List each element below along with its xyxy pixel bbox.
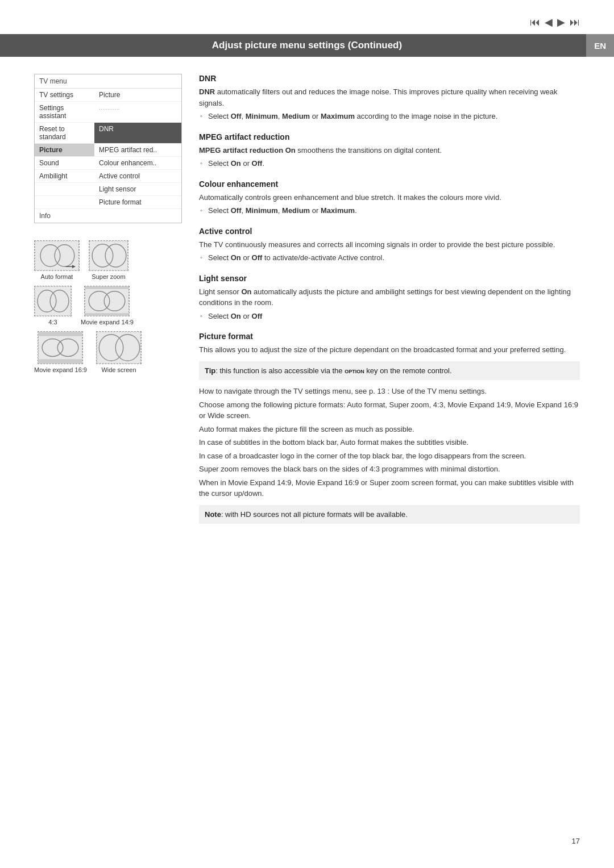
prev-icon[interactable]: ◀ [545,16,553,28]
next-icon[interactable]: ▶ [557,16,565,28]
picture-body: This allows you to adjust the size of th… [199,344,580,356]
dnr-body: DNR automatically filters out and reduce… [199,86,580,108]
format-wide-label: Wide screen [101,366,136,373]
section-mpeg-title: MPEG artifact reduction [199,132,580,141]
mpeg-body: MPEG artifact reduction On smoothens the… [199,145,580,156]
format-frame-superzoom [89,240,128,271]
menu-item-reset[interactable]: Reset to standard [35,123,94,143]
note-box: Note: with HD sources not all picture fo… [199,505,580,524]
svg-rect-16 [39,332,82,364]
format-row-1: Auto format Super zoom [34,240,182,280]
format-frame-auto [34,240,80,271]
menu-item-empty2 [35,196,94,208]
menu-item-settings-assistant[interactable]: Settings assistant [35,102,94,122]
page-number: 17 [572,837,580,845]
active-bullet: Select On or Off to activate/de-activate… [208,252,580,264]
active-list: Select On or Off to activate/de-activate… [199,252,580,264]
table-row: Settings assistant ............ [35,102,181,123]
svg-rect-17 [39,332,82,336]
header-title: Adjust picture menu settings (Continued) [212,40,402,51]
left-column: TV menu TV settings Picture Settings ass… [34,74,182,529]
table-row: Picture MPEG artifact red.. [35,144,181,157]
format-frame-movie149 [84,286,130,316]
auto-body: Auto format makes the picture fill the s… [199,424,580,435]
menu-item-dnr[interactable]: DNR [94,123,181,143]
subtitles-body: In case of subtitles in the bottom black… [199,437,580,448]
table-row: Picture format [35,196,181,209]
svg-rect-5 [89,241,127,270]
menu-item-light-sensor[interactable]: Light sensor [94,183,181,195]
movie-body: When in Movie Expand 14:9, Movie Expand … [199,477,580,499]
main-content: TV menu TV settings Picture Settings ass… [0,57,614,552]
format-frame-movie169 [38,331,83,364]
menu-item-picture[interactable]: Picture [94,89,181,101]
menu-item-active-control[interactable]: Active control [94,170,181,182]
format-row-3: Movie expand 16:9 Wide screen [34,331,182,373]
format-frame-43 [34,286,72,316]
table-row: Sound Colour enhancem.. [35,157,181,170]
menu-item-mpeg[interactable]: MPEG artifact red.. [94,144,181,156]
format-superzoom: Super zoom [89,240,128,280]
menu-item-ambilight[interactable]: Ambilight [35,170,94,182]
tv-menu: TV menu TV settings Picture Settings ass… [34,74,182,223]
nav-icons: ⏮ ◀ ▶ ⏭ [530,16,580,28]
menu-info: Info [35,209,181,223]
menu-item-tv-settings[interactable]: TV settings [35,89,94,101]
menu-item-picture-format[interactable]: Picture format [94,196,181,208]
format-43: 4:3 [34,286,72,326]
skip-forward-icon[interactable]: ⏭ [570,16,580,28]
mpeg-bullet: Select On or Off. [208,158,580,169]
light-body: Light sensor On automatically adjusts th… [199,286,580,308]
colour-bullet: Select Off, Minimum, Medium or Maximum. [208,205,580,216]
section-light-title: Light sensor [199,274,580,283]
format-auto: Auto format [34,240,80,280]
tv-menu-title: TV menu [35,74,181,89]
tip-box: Tip: this function is also accessible vi… [199,361,580,381]
mpeg-list: Select On or Off. [199,158,580,169]
table-row: Light sensor [35,183,181,196]
svg-rect-13 [85,313,129,316]
choose-body: Choose among the following picture forma… [199,399,580,422]
format-movie149: Movie expand 14:9 [81,286,134,326]
format-movie149-label: Movie expand 14:9 [81,319,134,326]
format-movie169-label: Movie expand 16:9 [34,366,87,373]
active-body: The TV continuously measures and correct… [199,239,580,251]
broadcaster-body: In case of a broadcaster logo in the cor… [199,450,580,462]
format-illustrations: Auto format Super zoom [34,240,182,373]
format-movie169: Movie expand 16:9 [34,331,87,373]
svg-rect-8 [35,286,71,316]
menu-item-colour[interactable]: Colour enhancem.. [94,157,181,169]
menu-item-picture-left[interactable]: Picture [35,144,94,156]
colour-body: Automatically controls green enhancement… [199,192,580,203]
light-list: Select On or Off [199,311,580,322]
section-dnr-title: DNR [199,74,580,83]
format-superzoom-label: Super zoom [92,273,125,280]
colour-list: Select Off, Minimum, Medium or Maximum. [199,205,580,216]
right-column: DNR DNR automatically filters out and re… [199,74,580,529]
section-active-title: Active control [199,227,580,236]
nav-body: How to navigate through the TV settings … [199,386,580,397]
table-row: TV settings Picture [35,89,181,102]
format-auto-label: Auto format [41,273,73,280]
section-picture-title: Picture format [199,332,580,341]
svg-rect-18 [39,359,82,364]
table-row: Reset to standard DNR [35,123,181,144]
header-bar: Adjust picture menu settings (Continued)… [0,34,614,57]
menu-item-sound[interactable]: Sound [35,157,94,169]
light-bullet: Select On or Off [208,311,580,322]
dnr-list: Select Off, Minimum, Medium or Maximum a… [199,111,580,122]
language-badge: EN [586,34,614,57]
section-colour-title: Colour enhancement [199,180,580,189]
menu-dotted: ............ [94,102,181,122]
svg-rect-11 [85,286,129,316]
format-frame-wide [96,331,142,364]
skip-back-icon[interactable]: ⏮ [530,16,540,28]
svg-rect-12 [85,286,129,289]
table-row: Ambilight Active control [35,170,181,183]
format-43-label: 4:3 [48,319,57,326]
menu-item-empty1 [35,183,94,195]
superzoom-body: Super zoom removes the black bars on the… [199,464,580,475]
dnr-bullet: Select Off, Minimum, Medium or Maximum a… [208,111,580,122]
format-row-2: 4:3 Movie expand 14:9 [34,286,182,326]
format-wide: Wide screen [96,331,142,373]
